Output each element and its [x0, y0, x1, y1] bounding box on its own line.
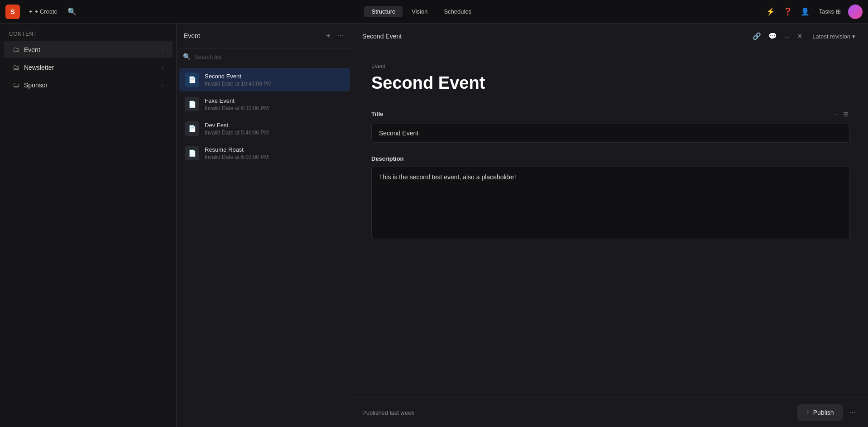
chevron-right-icon-2: ›	[162, 65, 163, 70]
chevron-right-icon: ›	[162, 47, 163, 53]
more-options-icon[interactable]: ···	[336, 30, 345, 42]
center-panel: Event + ··· 🔍 📄 Second Event Invalid Dat…	[177, 24, 353, 427]
list-item[interactable]: 📄 Dev Fest Invalid Date at 5:46:00 PM	[179, 117, 350, 140]
nav-structure[interactable]: Structure	[364, 6, 403, 17]
revision-selector[interactable]: Latest revision ▾	[809, 31, 859, 42]
title-field-section: Title ··· ⊞	[371, 109, 850, 143]
sidebar-item-event[interactable]: 🗂 Event ›	[4, 41, 173, 58]
published-status: Published last week	[362, 409, 797, 416]
event-item-name-4: Resume Roast	[205, 146, 345, 153]
search-icon: 🔍	[67, 8, 77, 15]
app-logo[interactable]: S	[5, 5, 20, 19]
sidebar-label-newsletter: Newsletter	[24, 64, 157, 71]
nav-vision[interactable]: Vision	[404, 6, 435, 17]
title-expand-icon[interactable]: ⊞	[842, 109, 850, 119]
publish-label: Publish	[813, 409, 834, 416]
bolt-icon[interactable]: ⚡	[764, 5, 777, 19]
description-field-header: Description	[371, 155, 850, 162]
event-doc-icon-4: 📄	[185, 146, 199, 160]
search-bar: 🔍	[177, 48, 353, 65]
topbar-right: ⚡ ❓ 👤 Tasks ⊞	[764, 5, 863, 19]
detail-header-title: Second Event	[362, 33, 747, 40]
event-item-date-4: Invalid Date at 6:00:00 PM	[205, 154, 345, 160]
event-doc-icon: 📄	[185, 72, 199, 87]
document-icon-3: 🗂	[13, 81, 19, 89]
event-item-name-2: Fake Event	[205, 97, 345, 104]
event-item-name: Second Event	[205, 73, 345, 80]
document-icon: 🗂	[13, 46, 19, 53]
event-item-name-3: Dev Fest	[205, 122, 345, 129]
event-doc-icon-3: 📄	[185, 121, 199, 136]
sidebar-label-event: Event	[24, 46, 157, 53]
title-field-header: Title ··· ⊞	[371, 109, 850, 119]
sidebar-label-sponsor: Sponsor	[24, 82, 157, 89]
event-item-date-2: Invalid Date at 6:30:00 PM	[205, 105, 345, 111]
sidebar-item-newsletter[interactable]: 🗂 Newsletter ›	[4, 59, 173, 76]
search-bar-icon: 🔍	[183, 53, 191, 60]
document-icon-2: 🗂	[13, 63, 19, 71]
list-item[interactable]: 📄 Resume Roast Invalid Date at 6:00:00 P…	[179, 141, 350, 165]
title-more-icon[interactable]: ···	[832, 109, 840, 119]
center-panel-header: Event + ···	[177, 24, 353, 48]
person-icon[interactable]: 👤	[798, 5, 812, 19]
revision-label: Latest revision	[812, 33, 850, 40]
detail-header: Second Event 🔗 💬 ··· ✕ Latest revision ▾	[353, 24, 868, 49]
search-button[interactable]: 🔍	[65, 5, 79, 19]
publish-button[interactable]: ↑ Publish	[797, 404, 843, 421]
description-field-section: Description This is the second test even…	[371, 155, 850, 241]
grid-icon: ⊞	[836, 8, 841, 15]
title-field-label: Title	[371, 110, 832, 117]
chevron-down-icon: ▾	[852, 33, 855, 40]
chevron-right-icon-3: ›	[162, 82, 163, 88]
footer-more-icon[interactable]: ···	[846, 405, 859, 420]
nav-schedules[interactable]: Schedules	[436, 6, 479, 17]
user-avatar[interactable]	[848, 5, 863, 19]
sidebar-header: Content	[0, 24, 176, 41]
description-textarea[interactable]: This is the second test event, also a pl…	[371, 167, 850, 239]
more-icon[interactable]: ···	[782, 30, 792, 43]
center-panel-title: Event	[184, 32, 321, 39]
breadcrumb: Event	[371, 63, 850, 69]
publish-upload-icon: ↑	[806, 409, 810, 416]
sidebar: Content 🗂 Event › 🗂 Newsletter › 🗂 Spons…	[0, 24, 177, 427]
detail-footer: Published last week ↑ Publish ···	[353, 398, 868, 427]
link-icon[interactable]: 🔗	[750, 30, 763, 43]
tasks-label: Tasks	[819, 8, 834, 15]
topbar-nav: Structure Vision Schedules	[79, 6, 764, 17]
event-doc-icon-2: 📄	[185, 97, 199, 111]
search-input[interactable]	[194, 53, 346, 60]
detail-main-title: Second Event	[371, 74, 850, 93]
create-button[interactable]: + + Create	[24, 6, 62, 17]
list-item[interactable]: 📄 Second Event Invalid Date at 10:43:00 …	[179, 68, 350, 91]
event-item-date: Invalid Date at 10:43:00 PM	[205, 81, 345, 87]
detail-content: Event Second Event Title ··· ⊞ Descripti…	[353, 49, 868, 398]
list-item[interactable]: 📄 Fake Event Invalid Date at 6:30:00 PM	[179, 92, 350, 116]
detail-header-icons: 🔗 💬 ··· ✕	[750, 30, 806, 43]
title-input[interactable]	[371, 124, 850, 143]
comment-icon[interactable]: 💬	[766, 30, 779, 43]
event-item-date-3: Invalid Date at 5:46:00 PM	[205, 130, 345, 136]
detail-panel: Second Event 🔗 💬 ··· ✕ Latest revision ▾…	[353, 24, 868, 427]
help-icon[interactable]: ❓	[781, 5, 795, 19]
add-event-icon[interactable]: +	[324, 30, 332, 42]
main-layout: Content 🗂 Event › 🗂 Newsletter › 🗂 Spons…	[0, 24, 868, 427]
create-icon: +	[29, 8, 33, 15]
event-list: 📄 Second Event Invalid Date at 10:43:00 …	[177, 65, 353, 427]
topbar: S + + Create 🔍 Structure Vision Schedule…	[0, 0, 868, 24]
sidebar-item-sponsor[interactable]: 🗂 Sponsor ›	[4, 77, 173, 93]
description-field-label: Description	[371, 155, 850, 162]
tasks-button[interactable]: Tasks ⊞	[815, 6, 844, 17]
close-icon[interactable]: ✕	[795, 30, 805, 43]
